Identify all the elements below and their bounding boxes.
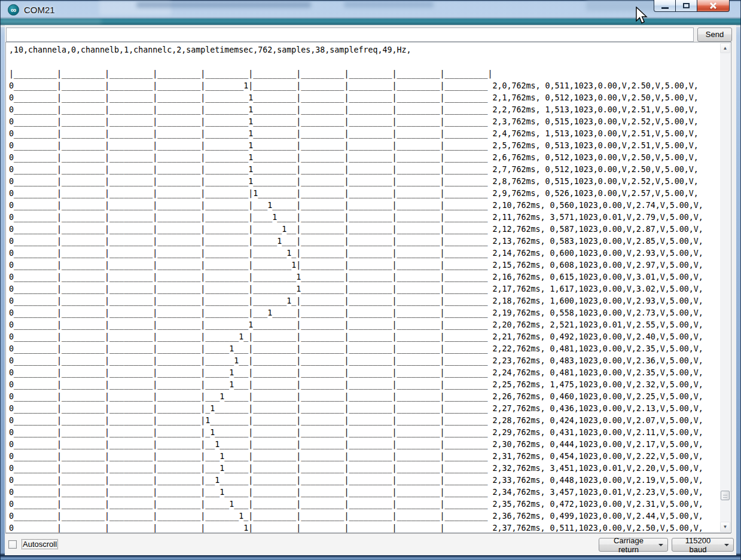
autoscroll-control: Autoscroll (8, 539, 58, 549)
baud-rate-value: 115200 baud (676, 536, 719, 554)
vertical-scrollbar[interactable]: ▲ ▼ (720, 43, 730, 532)
scroll-down-icon[interactable]: ▼ (720, 522, 730, 532)
chevron-down-icon (658, 544, 663, 546)
serial-output-area: ,10,channela,0,channelb,1,channelc,2,sam… (5, 42, 731, 533)
status-bar: Autoscroll Carriage return 115200 baud (5, 533, 731, 555)
background-window-glimpse (0, 19, 102, 25)
send-button[interactable]: Send (697, 27, 732, 42)
scroll-up-icon[interactable]: ▲ (720, 43, 730, 53)
mouse-cursor-icon (635, 7, 649, 29)
close-button[interactable] (697, 0, 730, 12)
serial-monitor-window: ∞ COM21 Send ,10,channela,0,channelb,1,c… (0, 0, 741, 560)
maximize-button[interactable] (675, 0, 697, 12)
close-icon (709, 1, 718, 10)
line-ending-value: Carriage return (603, 536, 654, 554)
line-ending-dropdown[interactable]: Carriage return (599, 538, 668, 552)
chevron-down-icon (724, 544, 729, 546)
maximize-icon (683, 3, 690, 8)
baud-rate-dropdown[interactable]: 115200 baud (672, 538, 734, 552)
minimize-icon (661, 7, 669, 9)
window-controls (654, 0, 730, 12)
window-title: COM21 (24, 5, 55, 15)
arduino-app-icon: ∞ (8, 4, 19, 16)
autoscroll-checkbox[interactable] (8, 540, 17, 549)
titlebar[interactable]: ∞ COM21 (0, 0, 741, 19)
minimize-button[interactable] (654, 0, 676, 12)
scrollbar-thumb[interactable] (721, 491, 730, 500)
serial-send-input[interactable] (6, 27, 694, 42)
serial-output-text: ,10,channela,0,channelb,1,channelc,2,sam… (6, 42, 731, 533)
autoscroll-label[interactable]: Autoscroll (22, 539, 58, 549)
